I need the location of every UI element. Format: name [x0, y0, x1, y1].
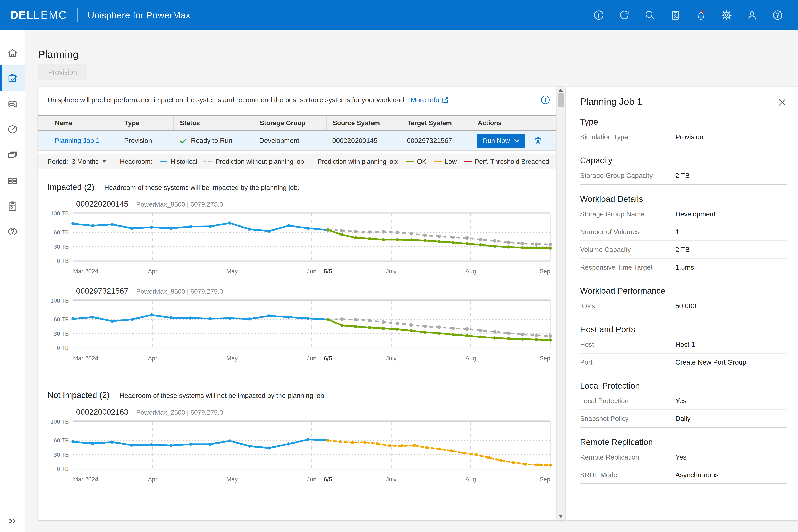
panel-row-label: Storage Group Name — [580, 210, 676, 218]
panel-row-value: Asynchronous — [676, 471, 718, 479]
panel-row-value: Host 1 — [676, 341, 695, 348]
sidebar-item-support[interactable] — [0, 218, 24, 244]
job-name-link[interactable]: Planning Job 1 — [55, 137, 100, 145]
table-row[interactable]: Planning Job 1 Provision Ready to Run De… — [38, 131, 565, 151]
legend-swatch-ok — [406, 160, 414, 162]
period-select[interactable]: 3 Months — [72, 158, 107, 165]
brand-dell: DELL — [11, 9, 40, 21]
banner-info-icon[interactable] — [540, 95, 550, 105]
panel-section-heading: Workload Performance — [580, 286, 786, 296]
divider — [580, 427, 786, 428]
planning-icon — [6, 72, 18, 84]
svg-text:0 TB: 0 TB — [57, 466, 69, 472]
panel-row-label: IOPs — [580, 302, 676, 310]
close-panel-button[interactable] — [778, 98, 786, 106]
refresh-icon[interactable] — [619, 10, 630, 21]
chart-system-model: PowerMax_2500 | 6079.275.0 — [136, 409, 223, 416]
job-list-icon[interactable] — [670, 10, 681, 21]
chart-system-id: 000220200145 — [76, 199, 128, 208]
provision-button[interactable]: Provision — [38, 64, 87, 80]
chart-system-id: 000220002163 — [76, 407, 128, 416]
svg-text:Mar 2024: Mar 2024 — [73, 476, 98, 482]
panel-row: Snapshot PolicyDaily — [580, 410, 786, 427]
column-header-name[interactable]: Name — [38, 116, 118, 130]
legend-label-ok: OK — [417, 158, 426, 165]
not-impacted-section-header: Not Impacted (2) Headroom of these syste… — [38, 377, 565, 400]
sidebar-item-planning[interactable] — [0, 65, 24, 91]
user-icon[interactable] — [746, 10, 758, 21]
info-icon[interactable] — [593, 10, 605, 21]
sidebar-item-performance[interactable] — [0, 116, 24, 142]
impacted-title: Impacted (2) — [48, 183, 94, 192]
panel-row: PortCreate New Port Group — [580, 354, 786, 371]
legend-label-prediction-without: Prediction without planning job — [215, 158, 304, 165]
not-impacted-subtitle: Headroom of these systems will not be im… — [119, 392, 326, 400]
svg-text:0 TB: 0 TB — [57, 258, 69, 264]
headroom-chart: 0 TB30 TB60 TB100 TBMar 2024AprMayJun6/5… — [38, 295, 565, 366]
svg-text:6/5: 6/5 — [324, 476, 332, 482]
svg-text:Apr: Apr — [148, 355, 157, 362]
panel-row-label: Responsive Time Target — [580, 263, 676, 271]
help-icon[interactable] — [772, 10, 783, 21]
column-header-type[interactable]: Type — [118, 116, 173, 130]
run-now-button[interactable]: Run Now — [477, 133, 526, 148]
svg-text:60 TB: 60 TB — [54, 316, 69, 323]
panel-row-value: Provision — [676, 133, 703, 141]
storage-group-cell: Development — [253, 137, 326, 145]
column-header-source-system[interactable]: Source System — [326, 116, 401, 130]
svg-text:6/5: 6/5 — [324, 268, 332, 274]
card-scrollbar[interactable] — [556, 87, 565, 520]
svg-text:0 TB: 0 TB — [57, 345, 69, 351]
svg-text:May: May — [226, 476, 238, 482]
external-link-icon — [442, 96, 449, 103]
prediction-with-label: Prediction with planning job: — [318, 158, 399, 165]
svg-text:May: May — [226, 355, 238, 362]
panel-row-label: Host — [580, 341, 676, 348]
divider — [580, 483, 786, 484]
column-header-status[interactable]: Status — [173, 116, 253, 130]
target-system-cell: 000297321567 — [401, 137, 471, 145]
legend-swatch-historical — [159, 160, 167, 162]
legend-swatch-breached — [464, 160, 472, 162]
panel-row: Storage Group Capacity2 TB — [580, 167, 786, 184]
sidebar-item-hosts[interactable] — [0, 167, 24, 193]
svg-text:May: May — [226, 268, 238, 274]
legend-label-historical: Historical — [171, 158, 197, 165]
job-type-cell: Provision — [118, 137, 173, 145]
panel-row-value: 50,000 — [676, 302, 696, 310]
headroom-chart: 0 TB30 TB60 TB100 TBMar 2024AprMayJun6/5… — [38, 416, 565, 487]
page-title: Planning — [38, 49, 79, 61]
scrollbar-thumb[interactable] — [557, 93, 564, 108]
panel-row-label: Volume Capacity — [580, 246, 676, 253]
sidebar-item-jobs[interactable] — [0, 193, 24, 218]
svg-text:60 TB: 60 TB — [54, 229, 69, 235]
panel-row-label: Number of Volumes — [580, 228, 676, 236]
sidebar-item-replication[interactable] — [0, 142, 24, 167]
sidebar-item-home[interactable] — [0, 40, 24, 65]
more-info-link[interactable]: More Info — [411, 96, 449, 104]
column-header-target-system[interactable]: Target System — [401, 116, 471, 130]
svg-text:July: July — [386, 355, 397, 362]
delete-job-button[interactable] — [533, 136, 543, 146]
panel-section-heading: Local Protection — [580, 381, 786, 391]
svg-text:Aug: Aug — [466, 355, 476, 362]
notifications-icon[interactable] — [695, 10, 707, 21]
column-header-actions[interactable]: Actions — [471, 116, 565, 130]
scroll-down-arrow[interactable] — [558, 515, 563, 518]
chart-000220002163: 000220002163PowerMax_2500 | 6079.275.00 … — [38, 407, 565, 487]
svg-text:Jun: Jun — [307, 268, 317, 274]
settings-icon[interactable] — [721, 10, 732, 21]
column-header-storage-group[interactable]: Storage Group — [253, 116, 326, 130]
top-bar: DELL EMC Unisphere for PowerMax — [0, 0, 798, 30]
more-info-label: More Info — [411, 96, 439, 104]
chart-system-id: 000297321567 — [76, 286, 128, 295]
hosts-icon — [6, 174, 18, 186]
dell-emc-logo: DELL EMC — [11, 9, 67, 21]
scroll-up-arrow[interactable] — [558, 89, 563, 92]
search-icon[interactable] — [644, 10, 656, 21]
sidebar-item-storage[interactable] — [0, 91, 24, 116]
top-icon-bar — [593, 10, 783, 21]
panel-row: Volume Capacity2 TB — [580, 241, 786, 258]
panel-title: Planning Job 1 — [580, 96, 642, 108]
sidebar-expand-button[interactable] — [0, 510, 24, 532]
